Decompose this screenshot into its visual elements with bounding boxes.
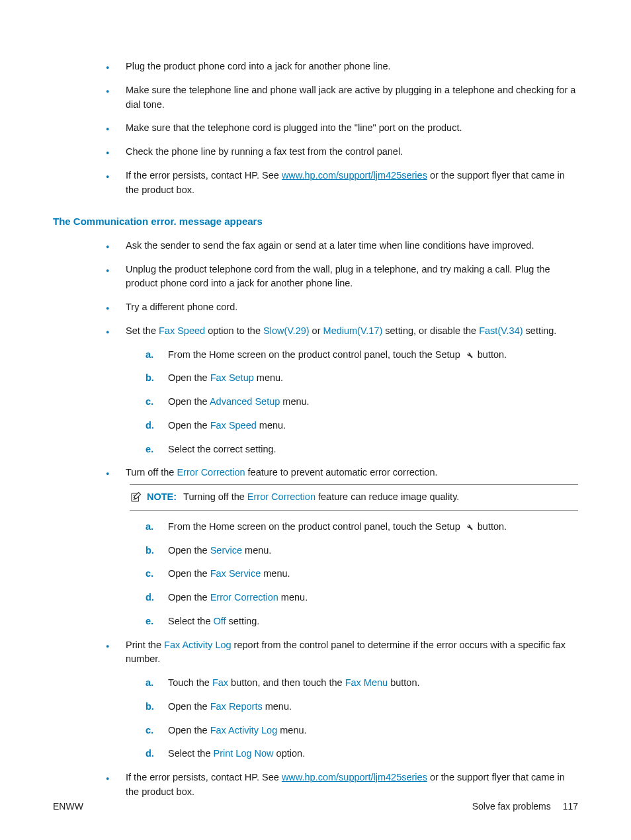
- list-item: If the error persists, contact HP. See w…: [106, 169, 578, 198]
- text: Turning off the: [183, 490, 245, 505]
- substep: From the Home screen on the product cont…: [146, 520, 578, 534]
- ui-term: Fax Setup: [210, 372, 254, 383]
- ui-term: Print Log Now: [214, 748, 274, 759]
- text: Select the: [168, 748, 214, 759]
- note-box: NOTE: Turning off the Error Correction f…: [130, 484, 578, 511]
- substep: Open the Fax Reports menu.: [146, 700, 578, 714]
- text: feature to prevent automatic error corre…: [245, 467, 438, 478]
- substep: Open the Error Correction menu.: [146, 591, 578, 605]
- text: Select the: [168, 616, 214, 626]
- footer-right: Solve fax problems 117: [472, 800, 578, 814]
- text: Open the: [168, 701, 210, 712]
- substep: Select the Off setting.: [146, 614, 578, 629]
- ui-term: Off: [214, 616, 226, 626]
- footer-left: ENWW: [53, 800, 83, 814]
- text: menu.: [261, 568, 290, 579]
- support-link[interactable]: www.hp.com/support/ljm425series: [282, 772, 427, 782]
- list-item: Try a different phone cord.: [106, 300, 578, 315]
- ui-term: Fax: [212, 677, 228, 688]
- setup-wrench-icon: [464, 350, 474, 359]
- list-item: Unplug the product telephone cord from t…: [106, 263, 578, 292]
- text: menu.: [242, 545, 271, 556]
- page-footer: ENWW Solve fax problems 117: [53, 800, 578, 814]
- list-item: Print the Fax Activity Log report from t…: [106, 638, 578, 762]
- substeps: Touch the Fax button, and then touch the…: [126, 676, 578, 761]
- comm-error-list: Ask the sender to send the fax again or …: [53, 239, 578, 800]
- page-number: 117: [563, 801, 578, 812]
- text: button.: [388, 677, 419, 688]
- text: Open the: [168, 568, 210, 579]
- text: button, and then touch the: [228, 677, 345, 688]
- text: Check the phone line by running a fax te…: [126, 146, 403, 157]
- note-label: NOTE:: [147, 490, 177, 505]
- substep: Select the Print Log Now option.: [146, 747, 578, 761]
- text: Print the: [126, 640, 164, 650]
- list-item: Make sure that the telephone cord is plu…: [106, 121, 578, 136]
- text: or: [310, 325, 323, 336]
- note-icon: [130, 491, 142, 503]
- ui-term: Error Correction: [177, 467, 245, 478]
- ui-term: Fax Activity Log: [210, 725, 278, 735]
- section-heading: The Communication error. message appears: [53, 214, 578, 230]
- text: Open the: [168, 725, 210, 735]
- text: From the Home screen on the product cont…: [168, 349, 463, 360]
- text: Make sure that the telephone cord is plu…: [126, 122, 462, 133]
- text: Plug the product phone cord into a jack …: [126, 61, 391, 71]
- text: Touch the: [168, 677, 212, 688]
- substep: Select the correct setting.: [146, 442, 578, 457]
- text: setting.: [523, 325, 557, 336]
- list-item: Set the Fax Speed option to the Slow(V.2…: [106, 324, 578, 457]
- ui-term: Medium(V.17): [323, 325, 383, 336]
- text: Open the: [168, 420, 210, 431]
- text: menu.: [257, 420, 286, 431]
- text: Turn off the: [126, 467, 177, 478]
- ui-term: Slow(V.29): [263, 325, 310, 336]
- substeps: From the Home screen on the product cont…: [126, 520, 578, 629]
- ui-term: Fax Reports: [210, 701, 263, 712]
- text: feature can reduce image quality.: [318, 490, 459, 505]
- text: button.: [475, 349, 507, 360]
- list-item: If the error persists, contact HP. See w…: [106, 771, 578, 800]
- footer-section: Solve fax problems: [472, 801, 551, 812]
- substep: Open the Service menu.: [146, 544, 578, 558]
- text: menu.: [280, 396, 309, 407]
- substep: Touch the Fax button, and then touch the…: [146, 676, 578, 691]
- list-item: Ask the sender to send the fax again or …: [106, 239, 578, 253]
- text: Make sure the telephone line and phone w…: [126, 85, 575, 110]
- substep: Open the Fax Speed menu.: [146, 419, 578, 433]
- text: Select the correct setting.: [168, 444, 276, 454]
- substep: Open the Fax Service menu.: [146, 567, 578, 581]
- text: If the error persists, contact HP. See: [126, 772, 282, 782]
- ui-term: Service: [210, 545, 242, 556]
- text: If the error persists, contact HP. See: [126, 170, 282, 181]
- ui-term: Fax Service: [210, 568, 261, 579]
- list-item: Turn off the Error Correction feature to…: [106, 466, 578, 628]
- text: Try a different phone cord.: [126, 302, 237, 312]
- text: menu.: [278, 592, 308, 603]
- ui-term: Fast(V.34): [479, 325, 523, 336]
- text: menu.: [263, 701, 292, 712]
- text: Open the: [168, 372, 210, 383]
- text: Open the: [168, 592, 210, 603]
- text: setting, or disable the: [382, 325, 479, 336]
- substep: Open the Advanced Setup menu.: [146, 395, 578, 409]
- text: setting.: [226, 616, 260, 626]
- substep: Open the Fax Activity Log menu.: [146, 724, 578, 738]
- support-link[interactable]: www.hp.com/support/ljm425series: [282, 170, 427, 181]
- text: Set the: [126, 325, 159, 336]
- ui-term: Fax Speed: [210, 420, 257, 431]
- list-item: Check the phone line by running a fax te…: [106, 145, 578, 159]
- ui-term: Fax Activity Log: [164, 640, 231, 650]
- ui-term: Fax Menu: [345, 677, 388, 688]
- list-item: Make sure the telephone line and phone w…: [106, 83, 578, 112]
- ui-term: Error Correction: [247, 490, 316, 505]
- ui-term: Advanced Setup: [210, 396, 280, 407]
- text: Unplug the product telephone cord from t…: [126, 264, 550, 289]
- substep: Open the Fax Setup menu.: [146, 371, 578, 386]
- ui-term: Error Correction: [210, 592, 278, 603]
- ui-term: Fax Speed: [159, 325, 205, 336]
- text: Ask the sender to send the fax again or …: [126, 240, 534, 251]
- substep: From the Home screen on the product cont…: [146, 348, 578, 362]
- text: Open the: [168, 396, 210, 407]
- text: Open the: [168, 545, 210, 556]
